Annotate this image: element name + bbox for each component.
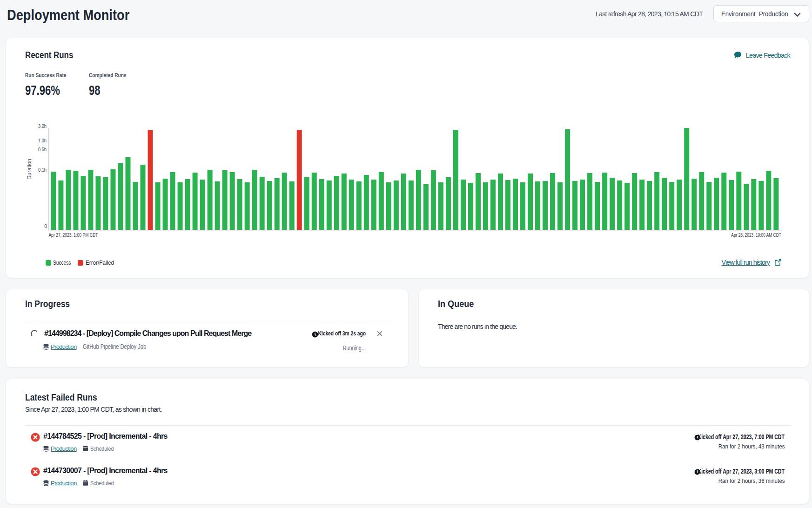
svg-text:0.5h: 0.5h [38,147,47,152]
svg-text:Apr 28, 2023, 10:00 AM CDT: Apr 28, 2023, 10:00 AM CDT [731,232,781,238]
svg-text:3.0h: 3.0h [38,123,47,129]
svg-text:Apr 27, 2023, 1:00 PM CDT: Apr 27, 2023, 1:00 PM CDT [48,232,98,238]
svg-text:1.0h: 1.0h [38,138,47,143]
svg-text:0.1h: 0.1h [38,167,47,173]
svg-text:0: 0 [44,223,47,229]
svg-text:Duration: Duration [26,159,33,180]
